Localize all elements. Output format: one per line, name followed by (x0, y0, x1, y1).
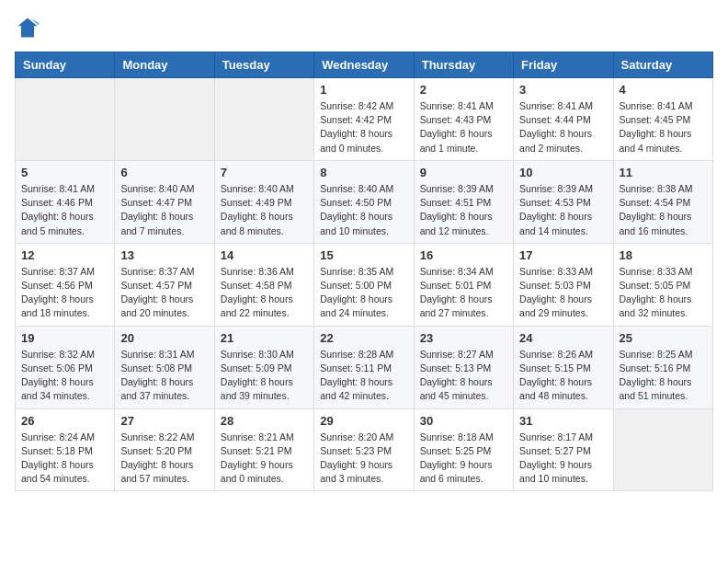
day-info: Sunrise: 8:36 AM Sunset: 4:58 PM Dayligh… (221, 265, 308, 321)
day-info: Sunrise: 8:22 AM Sunset: 5:20 PM Dayligh… (120, 431, 208, 487)
day-number: 21 (221, 331, 308, 345)
day-info: Sunrise: 8:27 AM Sunset: 5:13 PM Dayligh… (420, 348, 507, 404)
calendar-cell: 1Sunrise: 8:42 AM Sunset: 4:42 PM Daylig… (314, 78, 414, 161)
day-number: 11 (620, 166, 707, 179)
calendar-cell: 30Sunrise: 8:18 AM Sunset: 5:25 PM Dayli… (414, 408, 513, 491)
weekday-header-thursday: Thursday (414, 52, 513, 78)
calendar-cell: 11Sunrise: 8:38 AM Sunset: 4:54 PM Dayli… (613, 160, 712, 243)
day-info: Sunrise: 8:30 AM Sunset: 5:09 PM Dayligh… (221, 348, 308, 404)
weekday-header-sunday: Sunday (16, 52, 115, 78)
calendar-cell: 12Sunrise: 8:37 AM Sunset: 4:56 PM Dayli… (16, 243, 115, 326)
day-number: 15 (320, 248, 407, 262)
calendar-cell: 10Sunrise: 8:39 AM Sunset: 4:53 PM Dayli… (514, 160, 613, 243)
day-number: 6 (120, 166, 208, 179)
calendar-cell (115, 78, 214, 161)
day-number: 23 (420, 331, 507, 345)
day-number: 22 (320, 331, 407, 345)
calendar-cell: 23Sunrise: 8:27 AM Sunset: 5:13 PM Dayli… (414, 326, 513, 408)
calendar-cell (613, 408, 712, 491)
day-info: Sunrise: 8:37 AM Sunset: 4:56 PM Dayligh… (21, 265, 108, 321)
day-info: Sunrise: 8:40 AM Sunset: 4:49 PM Dayligh… (221, 182, 308, 238)
calendar-cell: 17Sunrise: 8:33 AM Sunset: 5:03 PM Dayli… (514, 243, 613, 326)
calendar-cell: 5Sunrise: 8:41 AM Sunset: 4:46 PM Daylig… (16, 160, 115, 243)
calendar-cell: 2Sunrise: 8:41 AM Sunset: 4:43 PM Daylig… (414, 78, 513, 161)
day-info: Sunrise: 8:39 AM Sunset: 4:53 PM Dayligh… (519, 182, 607, 238)
calendar-cell: 3Sunrise: 8:41 AM Sunset: 4:44 PM Daylig… (514, 78, 613, 161)
day-number: 14 (221, 248, 308, 262)
weekday-header-wednesday: Wednesday (314, 52, 414, 78)
calendar-cell: 29Sunrise: 8:20 AM Sunset: 5:23 PM Dayli… (314, 408, 414, 491)
calendar-cell: 21Sunrise: 8:30 AM Sunset: 5:09 PM Dayli… (214, 326, 313, 408)
day-number: 13 (120, 248, 208, 262)
day-info: Sunrise: 8:41 AM Sunset: 4:44 PM Dayligh… (519, 99, 607, 155)
calendar-cell: 9Sunrise: 8:39 AM Sunset: 4:51 PM Daylig… (414, 160, 513, 243)
day-info: Sunrise: 8:41 AM Sunset: 4:45 PM Dayligh… (620, 99, 707, 155)
weekday-header-saturday: Saturday (613, 52, 712, 78)
calendar-cell: 15Sunrise: 8:35 AM Sunset: 5:00 PM Dayli… (314, 243, 414, 326)
calendar-cell: 28Sunrise: 8:21 AM Sunset: 5:21 PM Dayli… (214, 408, 313, 491)
day-number: 30 (420, 414, 507, 428)
calendar-cell: 18Sunrise: 8:33 AM Sunset: 5:05 PM Dayli… (613, 243, 712, 326)
day-info: Sunrise: 8:40 AM Sunset: 4:47 PM Dayligh… (120, 182, 208, 238)
day-number: 26 (21, 414, 108, 428)
day-number: 5 (21, 166, 108, 179)
day-number: 7 (221, 166, 308, 179)
day-info: Sunrise: 8:25 AM Sunset: 5:16 PM Dayligh… (620, 348, 707, 404)
day-info: Sunrise: 8:34 AM Sunset: 5:01 PM Dayligh… (420, 265, 507, 321)
day-info: Sunrise: 8:17 AM Sunset: 5:27 PM Dayligh… (519, 431, 607, 487)
day-number: 16 (420, 248, 507, 262)
calendar-week-2: 5Sunrise: 8:41 AM Sunset: 4:46 PM Daylig… (16, 160, 713, 243)
weekday-header-monday: Monday (115, 52, 214, 78)
calendar-cell: 19Sunrise: 8:32 AM Sunset: 5:06 PM Dayli… (16, 326, 115, 408)
day-info: Sunrise: 8:31 AM Sunset: 5:08 PM Dayligh… (120, 348, 208, 404)
calendar-cell: 8Sunrise: 8:40 AM Sunset: 4:50 PM Daylig… (314, 160, 414, 243)
day-number: 1 (320, 83, 407, 97)
day-info: Sunrise: 8:39 AM Sunset: 4:51 PM Dayligh… (420, 182, 507, 238)
day-number: 8 (320, 166, 407, 179)
weekday-header-tuesday: Tuesday (214, 52, 313, 78)
day-info: Sunrise: 8:41 AM Sunset: 4:46 PM Dayligh… (21, 182, 108, 238)
calendar-cell: 16Sunrise: 8:34 AM Sunset: 5:01 PM Dayli… (414, 243, 513, 326)
calendar-cell: 27Sunrise: 8:22 AM Sunset: 5:20 PM Dayli… (115, 408, 214, 491)
day-number: 3 (519, 83, 607, 97)
day-info: Sunrise: 8:38 AM Sunset: 4:54 PM Dayligh… (620, 182, 707, 238)
calendar-cell: 20Sunrise: 8:31 AM Sunset: 5:08 PM Dayli… (115, 326, 214, 408)
day-number: 31 (519, 414, 607, 428)
calendar-header-row: SundayMondayTuesdayWednesdayThursdayFrid… (16, 52, 713, 78)
day-number: 28 (221, 414, 308, 428)
day-info: Sunrise: 8:37 AM Sunset: 4:57 PM Dayligh… (120, 265, 208, 321)
day-number: 2 (420, 83, 507, 97)
calendar-cell (16, 78, 115, 161)
day-info: Sunrise: 8:20 AM Sunset: 5:23 PM Dayligh… (320, 431, 407, 487)
day-number: 19 (21, 331, 108, 345)
page-header (15, 15, 713, 40)
day-number: 20 (120, 331, 208, 345)
calendar-cell: 25Sunrise: 8:25 AM Sunset: 5:16 PM Dayli… (613, 326, 712, 408)
calendar-cell: 24Sunrise: 8:26 AM Sunset: 5:15 PM Dayli… (514, 326, 613, 408)
logo-icon (15, 15, 40, 40)
day-number: 29 (320, 414, 407, 428)
day-info: Sunrise: 8:21 AM Sunset: 5:21 PM Dayligh… (221, 431, 308, 487)
calendar-cell: 31Sunrise: 8:17 AM Sunset: 5:27 PM Dayli… (514, 408, 613, 491)
day-number: 4 (620, 83, 707, 97)
day-number: 25 (620, 331, 707, 345)
calendar-cell: 13Sunrise: 8:37 AM Sunset: 4:57 PM Dayli… (115, 243, 214, 326)
calendar-cell: 4Sunrise: 8:41 AM Sunset: 4:45 PM Daylig… (613, 78, 712, 161)
calendar-cell: 14Sunrise: 8:36 AM Sunset: 4:58 PM Dayli… (214, 243, 313, 326)
day-info: Sunrise: 8:28 AM Sunset: 5:11 PM Dayligh… (320, 348, 407, 404)
day-info: Sunrise: 8:40 AM Sunset: 4:50 PM Dayligh… (320, 182, 407, 238)
day-info: Sunrise: 8:42 AM Sunset: 4:42 PM Dayligh… (320, 99, 407, 155)
day-number: 9 (420, 166, 507, 179)
day-info: Sunrise: 8:33 AM Sunset: 5:05 PM Dayligh… (620, 265, 707, 321)
day-number: 10 (519, 166, 607, 179)
day-number: 12 (21, 248, 108, 262)
calendar-cell (214, 78, 313, 161)
day-number: 17 (519, 248, 607, 262)
day-info: Sunrise: 8:26 AM Sunset: 5:15 PM Dayligh… (519, 348, 607, 404)
day-info: Sunrise: 8:35 AM Sunset: 5:00 PM Dayligh… (320, 265, 407, 321)
day-number: 18 (620, 248, 707, 262)
day-info: Sunrise: 8:24 AM Sunset: 5:18 PM Dayligh… (21, 431, 108, 487)
calendar-week-1: 1Sunrise: 8:42 AM Sunset: 4:42 PM Daylig… (16, 78, 713, 161)
weekday-header-friday: Friday (514, 52, 613, 78)
logo (15, 15, 44, 40)
